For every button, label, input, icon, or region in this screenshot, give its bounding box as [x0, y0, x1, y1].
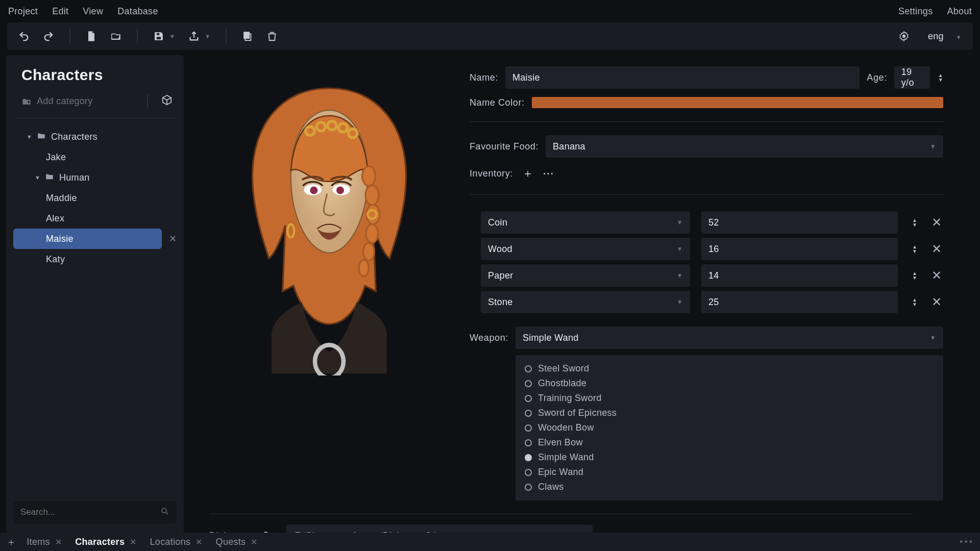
copy-button[interactable]: [242, 31, 253, 42]
chevron-down-icon: ▼: [677, 272, 683, 279]
radio-icon: [525, 365, 532, 372]
tab-locations[interactable]: Locations✕: [147, 537, 206, 547]
search-input[interactable]: [20, 507, 160, 517]
inventory-list: Coin▼ 52 ▲▼ ✕ Wood▼ 16 ▲▼ ✕ Paper▼ 14: [470, 211, 943, 313]
svg-rect-6: [28, 101, 29, 103]
settings-gear-button[interactable]: [898, 31, 910, 42]
inventory-qty-input[interactable]: 52: [701, 211, 898, 234]
inventory-qty-input[interactable]: 14: [701, 264, 898, 287]
weapon-option[interactable]: Elven Bow: [525, 437, 934, 448]
tree-folder-human[interactable]: ▼ Human: [13, 167, 177, 188]
weapon-option[interactable]: Wooden Bow: [525, 422, 934, 433]
weapon-dropdown[interactable]: Simple Wand▼: [516, 327, 943, 349]
inventory-remove-button[interactable]: ✕: [932, 268, 942, 283]
menu-edit[interactable]: Edit: [52, 6, 68, 17]
name-input[interactable]: Maisie: [505, 66, 860, 89]
inventory-item-dropdown[interactable]: Stone▼: [481, 291, 690, 313]
svg-point-18: [363, 243, 375, 260]
chevron-down-icon: ▼: [35, 174, 40, 181]
inventory-item-dropdown[interactable]: Wood▼: [481, 238, 690, 260]
add-tab-button[interactable]: ＋: [6, 535, 16, 549]
more-tabs-button[interactable]: •••: [960, 537, 974, 547]
inventory-qty-input[interactable]: 16: [701, 238, 898, 260]
inventory-remove-button[interactable]: ✕: [932, 215, 942, 230]
weapon-option[interactable]: Sword of Epicness: [525, 408, 934, 418]
tree-item-alex[interactable]: Alex: [13, 208, 177, 229]
character-editor: Name: Maisie Age: 19 y/o ▲▼ Name Color: …: [191, 55, 974, 535]
radio-icon: [525, 395, 532, 402]
tab-characters[interactable]: Characters✕: [72, 537, 139, 547]
age-down-button[interactable]: ▼: [938, 78, 943, 82]
menu-settings[interactable]: Settings: [898, 6, 933, 17]
inventory-qty-input[interactable]: 25: [701, 291, 898, 313]
svg-point-4: [902, 35, 905, 38]
radio-icon: [525, 439, 532, 446]
export-button[interactable]: ▼: [188, 31, 210, 42]
weapon-option[interactable]: Steel Sword: [525, 363, 934, 374]
undo-button[interactable]: [18, 31, 30, 42]
tree-item-jake[interactable]: Jake: [13, 147, 177, 167]
tree-item-close-button[interactable]: ✕: [169, 233, 177, 244]
age-label: Age:: [867, 72, 887, 83]
inventory-row: Stone▼ 25 ▲▼ ✕: [481, 291, 943, 313]
delete-button[interactable]: [266, 31, 278, 42]
tree-item-maisie[interactable]: Maisie: [13, 229, 162, 249]
inventory-item-dropdown[interactable]: Coin▼: [481, 211, 690, 234]
weapon-option[interactable]: Claws: [525, 482, 934, 492]
radio-icon: [525, 484, 532, 491]
inventory-add-button[interactable]: ＋: [522, 166, 533, 181]
name-color-label: Name Color:: [470, 97, 525, 108]
svg-point-7: [162, 508, 166, 513]
inventory-item-dropdown[interactable]: Paper▼: [481, 264, 690, 287]
tab-quests[interactable]: Quests✕: [213, 537, 261, 547]
name-color-swatch[interactable]: [532, 97, 943, 108]
new-file-button[interactable]: [86, 31, 97, 42]
inventory-remove-button[interactable]: ✕: [932, 295, 942, 309]
sidebar-title: Characters: [6, 66, 184, 93]
weapon-option[interactable]: Ghostblade: [525, 378, 934, 389]
weapon-option[interactable]: Simple Wand: [525, 452, 934, 463]
redo-button[interactable]: [43, 31, 54, 42]
inventory-remove-button[interactable]: ✕: [932, 242, 942, 256]
svg-point-19: [359, 260, 369, 276]
add-category-button[interactable]: Add category: [17, 93, 97, 110]
add-folder-icon: [21, 96, 32, 107]
save-button[interactable]: ▼: [153, 31, 175, 42]
inventory-row: Paper▼ 14 ▲▼ ✕: [481, 264, 943, 287]
menu-about[interactable]: About: [947, 6, 972, 17]
close-icon[interactable]: ✕: [251, 537, 257, 547]
sidebar-search[interactable]: [13, 501, 177, 523]
language-selector[interactable]: eng▼: [928, 31, 962, 42]
close-icon[interactable]: ✕: [130, 537, 136, 547]
chevron-down-icon: ▼: [27, 134, 32, 140]
chevron-down-icon: ▼: [205, 33, 210, 39]
bottom-tab-bar: ＋ Items✕ Characters✕ Locations✕ Quests✕ …: [0, 533, 980, 551]
add-category-label: Add category: [37, 96, 93, 107]
tree-item-maddie[interactable]: Maddie: [13, 188, 177, 208]
age-input[interactable]: 19 y/o: [894, 66, 930, 89]
svg-rect-1: [156, 37, 161, 40]
package-button[interactable]: [161, 94, 173, 108]
menu-database[interactable]: Database: [117, 6, 158, 17]
inventory-more-button[interactable]: ⋯: [543, 167, 554, 180]
menu-view[interactable]: View: [83, 6, 103, 17]
close-icon[interactable]: ✕: [55, 537, 62, 547]
weapon-option[interactable]: Epic Wand: [525, 467, 934, 478]
qty-down-button[interactable]: ▼: [912, 223, 917, 227]
open-folder-button[interactable]: [110, 31, 121, 42]
svg-rect-0: [156, 33, 159, 36]
qty-down-button[interactable]: ▼: [912, 249, 917, 254]
weapon-option[interactable]: Training Sword: [525, 393, 934, 404]
svg-point-22: [310, 186, 317, 194]
tree-item-katy[interactable]: Katy: [13, 249, 177, 269]
chevron-down-icon: ▼: [930, 334, 936, 341]
tab-items[interactable]: Items✕: [23, 537, 65, 547]
menu-project[interactable]: Project: [8, 6, 38, 17]
tree-folder-characters[interactable]: ▼ Characters: [13, 127, 177, 147]
qty-down-button[interactable]: ▼: [912, 303, 917, 307]
chevron-down-icon: ▼: [930, 143, 936, 150]
close-icon[interactable]: ✕: [195, 537, 202, 547]
chevron-down-icon: ▼: [677, 219, 683, 226]
fav-food-dropdown[interactable]: Banana▼: [546, 135, 943, 158]
qty-down-button[interactable]: ▼: [912, 276, 917, 280]
